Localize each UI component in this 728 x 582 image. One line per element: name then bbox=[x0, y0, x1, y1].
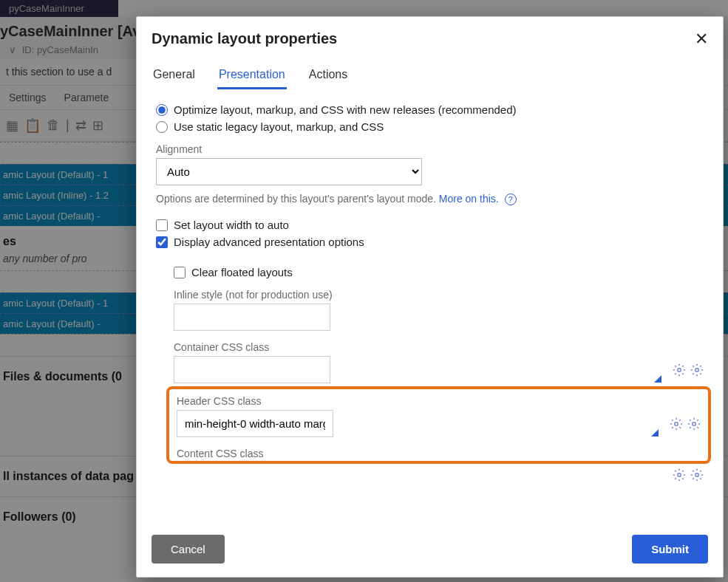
header-css-label: Header CSS class bbox=[177, 395, 701, 407]
check-advanced[interactable] bbox=[156, 236, 168, 248]
alignment-select[interactable]: Auto bbox=[156, 158, 422, 185]
svg-point-0 bbox=[678, 368, 681, 372]
radio-optimize[interactable] bbox=[156, 104, 168, 116]
more-link[interactable]: More on this. bbox=[439, 193, 499, 205]
gear-icon[interactable] bbox=[673, 363, 686, 377]
gear-icon[interactable] bbox=[670, 417, 683, 431]
inline-style-label: Inline style (not for production use) bbox=[174, 289, 704, 301]
svg-point-5 bbox=[695, 473, 699, 477]
container-css-input[interactable] bbox=[174, 356, 330, 383]
dynamic-layout-modal: Dynamic layout properties ✕ General Pres… bbox=[136, 16, 724, 578]
alignment-label: Alignment bbox=[156, 143, 704, 155]
check-advanced-label: Display advanced presentation options bbox=[174, 236, 364, 248]
check-clear-label: Clear floated layouts bbox=[191, 266, 293, 278]
options-hint: Options are determined by this layout's … bbox=[156, 193, 704, 205]
modal-scroll[interactable]: General Presentation Actions Optimize la… bbox=[137, 53, 723, 524]
header-css-input[interactable] bbox=[177, 410, 333, 437]
radio-optimize-label: Optimize layout, markup, and CSS with ne… bbox=[174, 103, 517, 116]
tab-general[interactable]: General bbox=[152, 62, 197, 89]
tab-presentation[interactable]: Presentation bbox=[217, 62, 287, 89]
close-icon[interactable]: ✕ bbox=[695, 31, 708, 47]
check-clear-floated[interactable] bbox=[174, 267, 186, 278]
tab-actions[interactable]: Actions bbox=[307, 62, 349, 89]
inline-style-input[interactable] bbox=[174, 304, 330, 331]
gear-icon[interactable] bbox=[673, 468, 686, 482]
cancel-button[interactable]: Cancel bbox=[152, 535, 225, 564]
gear-icon[interactable] bbox=[687, 417, 701, 431]
radio-legacy[interactable] bbox=[156, 121, 168, 133]
submit-button[interactable]: Submit bbox=[632, 535, 708, 564]
svg-point-1 bbox=[695, 368, 699, 372]
check-width-auto[interactable] bbox=[156, 219, 168, 231]
tab-bar: General Presentation Actions bbox=[152, 53, 708, 90]
radio-legacy-label: Use static legacy layout, markup, and CS… bbox=[174, 120, 384, 133]
svg-point-2 bbox=[675, 422, 678, 425]
header-css-highlight: Header CSS class Content CSS class bbox=[166, 386, 711, 464]
modal-title: Dynamic layout properties bbox=[152, 30, 337, 47]
gear-icon[interactable] bbox=[690, 363, 704, 377]
bg-tab: pyCaseMainInner bbox=[0, 0, 118, 17]
content-css-label: Content CSS class bbox=[177, 448, 701, 459]
gear-icon[interactable] bbox=[690, 468, 704, 482]
check-width-label: Set layout width to auto bbox=[174, 219, 289, 231]
container-css-label: Container CSS class bbox=[174, 341, 704, 353]
help-icon[interactable]: ? bbox=[505, 194, 517, 205]
svg-point-3 bbox=[693, 422, 696, 425]
svg-point-4 bbox=[678, 473, 681, 477]
